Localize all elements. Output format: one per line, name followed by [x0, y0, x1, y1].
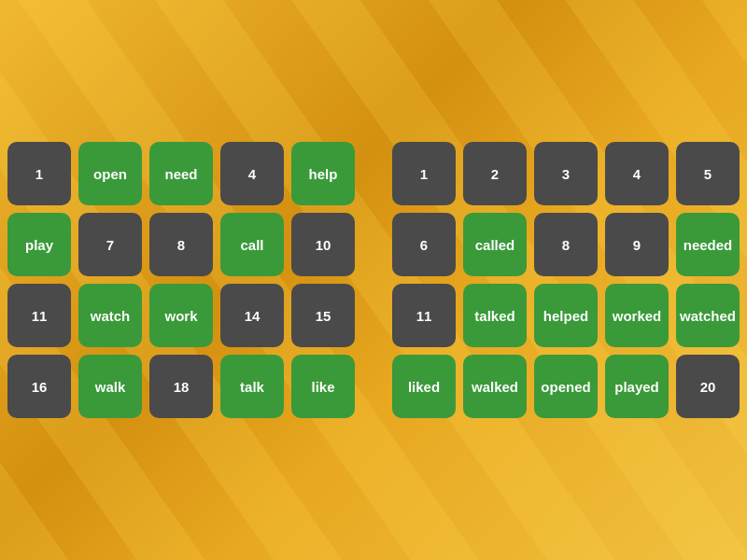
- cell-1-3[interactable]: call: [220, 213, 284, 276]
- cell-1-3[interactable]: 9: [605, 213, 669, 276]
- cell-2-0[interactable]: 11: [392, 284, 456, 347]
- cell-1-2[interactable]: 8: [149, 213, 213, 276]
- cell-3-4[interactable]: 20: [676, 355, 740, 418]
- left-grid: 1openneed4helpplay78call1011watchwork141…: [7, 142, 355, 418]
- main-content: 1openneed4helpplay78call1011watchwork141…: [0, 0, 747, 560]
- cell-3-2[interactable]: 18: [149, 355, 213, 418]
- cell-1-1[interactable]: called: [463, 213, 527, 276]
- cell-2-2[interactable]: helped: [534, 284, 598, 347]
- cell-1-0[interactable]: play: [7, 213, 71, 276]
- cell-1-2[interactable]: 8: [534, 213, 598, 276]
- cell-2-4[interactable]: 15: [291, 284, 355, 347]
- cell-0-1[interactable]: 2: [463, 142, 527, 205]
- cell-2-1[interactable]: watch: [78, 284, 142, 347]
- cell-3-1[interactable]: walk: [78, 355, 142, 418]
- cell-0-0[interactable]: 1: [7, 142, 71, 205]
- cell-0-2[interactable]: 3: [534, 142, 598, 205]
- cell-1-4[interactable]: needed: [676, 213, 740, 276]
- cell-3-4[interactable]: like: [291, 355, 355, 418]
- cell-0-3[interactable]: 4: [605, 142, 669, 205]
- cell-1-0[interactable]: 6: [392, 213, 456, 276]
- cell-3-3[interactable]: talk: [220, 355, 284, 418]
- cell-3-1[interactable]: walked: [463, 355, 527, 418]
- cell-2-1[interactable]: talked: [463, 284, 527, 347]
- cell-0-4[interactable]: help: [291, 142, 355, 205]
- cell-0-3[interactable]: 4: [220, 142, 284, 205]
- right-grid: 123456called89needed11talkedhelpedworked…: [392, 142, 740, 418]
- cell-3-0[interactable]: 16: [7, 355, 71, 418]
- cell-3-0[interactable]: liked: [392, 355, 456, 418]
- cell-0-2[interactable]: need: [149, 142, 213, 205]
- cell-1-1[interactable]: 7: [78, 213, 142, 276]
- cell-2-3[interactable]: worked: [605, 284, 669, 347]
- cell-2-3[interactable]: 14: [220, 284, 284, 347]
- cell-3-2[interactable]: opened: [534, 355, 598, 418]
- cell-1-4[interactable]: 10: [291, 213, 355, 276]
- cell-2-0[interactable]: 11: [7, 284, 71, 347]
- cell-2-4[interactable]: watched: [676, 284, 740, 347]
- cell-3-3[interactable]: played: [605, 355, 669, 418]
- cell-0-1[interactable]: open: [78, 142, 142, 205]
- cell-0-0[interactable]: 1: [392, 142, 456, 205]
- cell-2-2[interactable]: work: [149, 284, 213, 347]
- cell-0-4[interactable]: 5: [676, 142, 740, 205]
